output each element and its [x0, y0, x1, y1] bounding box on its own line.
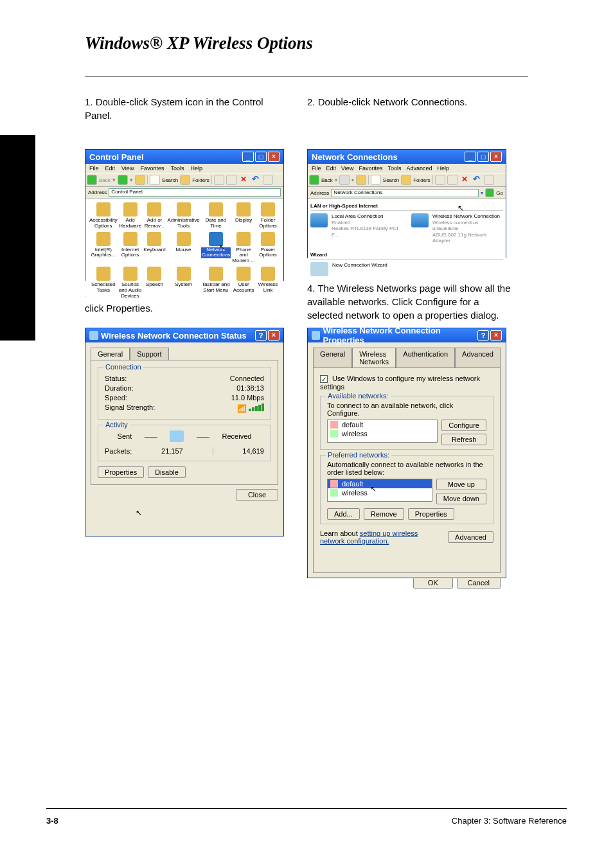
cp-display[interactable]: Display — [232, 202, 255, 229]
netprops-button[interactable]: Properties — [408, 508, 454, 520]
cp-system[interactable]: System — [167, 267, 199, 299]
menu-fav[interactable]: Favorites — [140, 165, 164, 172]
use-windows-checkbox[interactable]: ✓ — [320, 375, 328, 383]
undo-icon[interactable]: ↶ — [472, 175, 482, 185]
views-icon[interactable] — [263, 175, 273, 185]
wizard-item[interactable]: New Connection Wizard — [310, 262, 503, 276]
learn-text: Learn about — [320, 529, 360, 537]
cp-phone[interactable]: Phone and Modem ... — [232, 232, 255, 264]
undo-icon[interactable]: ↶ — [251, 175, 261, 185]
close-button[interactable]: Close — [236, 489, 278, 500]
menu-edit[interactable]: Edit — [105, 165, 116, 172]
cp-wireless[interactable]: Wireless Link — [256, 267, 280, 299]
menu-tools[interactable]: Tools — [387, 165, 401, 172]
cp-keyboard[interactable]: Keyboard — [143, 232, 166, 264]
disable-button[interactable]: Disable — [148, 466, 186, 478]
cp-speech[interactable]: Speech — [143, 267, 166, 299]
pref-item-default[interactable]: default — [328, 479, 432, 488]
menu-edit[interactable]: Edit — [326, 165, 337, 172]
tab-support[interactable]: Support — [130, 348, 169, 360]
adapter-wireless[interactable]: Wireless Network Connection Wireless con… — [411, 213, 503, 244]
cp-add-hardware[interactable]: Add Hardware — [119, 202, 142, 229]
cp-mouse[interactable]: Mouse — [167, 232, 199, 264]
moveup-button[interactable]: Move up — [436, 479, 486, 490]
remove-button[interactable]: Remove — [364, 508, 404, 520]
menu-fav[interactable]: Favorites — [359, 165, 382, 172]
folders-icon[interactable] — [401, 175, 411, 185]
cp-date[interactable]: Date and Time — [201, 202, 231, 229]
maximize-icon[interactable]: □ — [255, 152, 267, 162]
tab-general[interactable]: General — [313, 348, 352, 368]
available-list[interactable]: default wireless — [327, 420, 438, 443]
cp-taskbar[interactable]: Taskbar and Start Menu — [201, 267, 231, 299]
refresh-button[interactable]: Refresh — [441, 434, 486, 445]
pref-item-wireless[interactable]: wireless — [328, 488, 432, 497]
add-button[interactable]: Add... — [327, 508, 360, 520]
cp-power[interactable]: Power Options — [256, 232, 280, 264]
tab-auth[interactable]: Authentication — [396, 348, 455, 368]
search-icon[interactable] — [150, 175, 160, 185]
minimize-icon[interactable]: _ — [465, 152, 476, 162]
menu-view[interactable]: View — [121, 165, 134, 172]
menu-file[interactable]: File — [312, 165, 321, 172]
cp-intel[interactable]: Intel(R) Graphics... — [89, 232, 118, 264]
move-icon[interactable] — [214, 175, 224, 185]
movedown-button[interactable]: Move down — [436, 493, 486, 504]
go-icon[interactable] — [485, 188, 494, 197]
cp-scheduled[interactable]: Scheduled Tasks — [89, 267, 118, 299]
menu-adv[interactable]: Advanced — [406, 165, 432, 172]
cp-add-remove[interactable]: Add or Remov... — [143, 202, 166, 229]
help-icon[interactable]: ? — [477, 330, 489, 341]
close-icon[interactable]: × — [490, 330, 502, 341]
delete-icon[interactable]: ✕ — [459, 175, 470, 185]
infra-icon — [330, 421, 338, 429]
delete-icon[interactable]: ✕ — [238, 175, 249, 185]
cancel-button[interactable]: Cancel — [457, 577, 501, 589]
views-icon[interactable] — [484, 175, 494, 185]
menu-file[interactable]: File — [89, 165, 99, 172]
cp-admin[interactable]: Administrative Tools — [167, 202, 199, 229]
addr-field[interactable]: Control Panel — [109, 188, 281, 197]
addr-field[interactable]: Network Connections — [331, 189, 479, 197]
move-icon[interactable] — [435, 175, 445, 185]
preferred-list[interactable]: default wireless — [327, 479, 432, 502]
cp-internet[interactable]: Internet Options — [119, 232, 142, 264]
ok-button[interactable]: OK — [413, 577, 453, 589]
minimize-icon[interactable]: _ — [242, 152, 254, 162]
back-icon[interactable] — [87, 175, 97, 185]
maximize-icon[interactable]: □ — [477, 152, 489, 162]
cp-accessibility[interactable]: Accessibility Options — [89, 202, 118, 229]
cp-folder[interactable]: Folder Options — [256, 202, 280, 229]
avail-item-default[interactable]: default — [328, 420, 437, 429]
cp-menu: File Edit View Favorites Tools Help — [85, 164, 283, 173]
advanced-button[interactable]: Advanced — [448, 531, 493, 543]
forward-icon[interactable] — [118, 175, 128, 185]
forward-icon[interactable] — [339, 175, 350, 185]
tab-general[interactable]: General — [91, 348, 130, 360]
tab-advanced[interactable]: Advanced — [455, 348, 501, 368]
cp-sounds[interactable]: Sounds and Audio Devices — [119, 267, 142, 299]
addr-dropdown-icon[interactable]: ▾ — [481, 190, 483, 196]
avail-item-wireless[interactable]: wireless — [328, 429, 437, 438]
copy-icon[interactable] — [447, 175, 458, 185]
back-icon[interactable] — [309, 175, 319, 185]
up-icon[interactable] — [356, 175, 366, 185]
menu-tools[interactable]: Tools — [170, 165, 184, 172]
close-icon[interactable]: × — [268, 330, 280, 341]
search-icon[interactable] — [371, 175, 381, 185]
menu-help[interactable]: Help — [437, 165, 449, 172]
menu-view[interactable]: View — [341, 165, 353, 172]
cp-users[interactable]: User Accounts — [232, 267, 255, 299]
properties-button[interactable]: Properties — [98, 466, 144, 478]
cp-network[interactable]: Network Connections — [201, 232, 231, 264]
help-icon[interactable]: ? — [255, 330, 267, 341]
close-icon[interactable]: × — [490, 152, 502, 162]
adapter-lan[interactable]: Local Area Connection Enabled Realtek RT… — [310, 213, 404, 244]
menu-help[interactable]: Help — [190, 165, 202, 172]
configure-button[interactable]: Configure — [441, 420, 486, 431]
tab-wireless[interactable]: Wireless Networks — [352, 348, 396, 368]
folders-icon[interactable] — [180, 175, 190, 185]
copy-icon[interactable] — [226, 175, 236, 185]
close-icon[interactable]: × — [268, 152, 280, 162]
up-icon[interactable] — [135, 175, 145, 185]
